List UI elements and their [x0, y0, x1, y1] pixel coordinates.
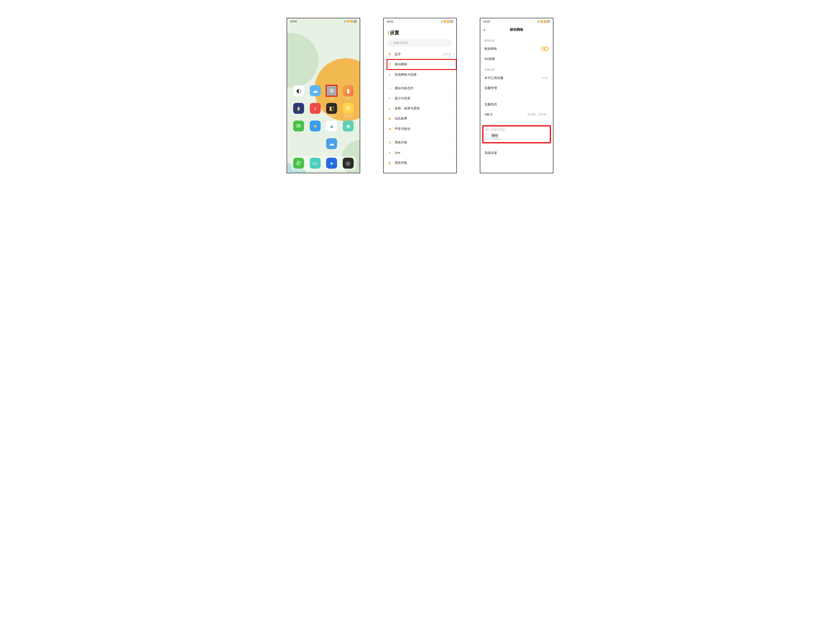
- row-label: 动态效果: [395, 117, 452, 120]
- settings-row-移动网络[interactable]: ⇅移动网络›: [387, 59, 456, 69]
- status-icons: 🎤 📶 📶 50: [441, 20, 453, 23]
- dock-web[interactable]: ●: [326, 158, 337, 169]
- chevron-right-icon: ›: [548, 86, 549, 90]
- row-traffic-mgmt[interactable]: 流量管理 ›: [480, 83, 553, 93]
- app-settings[interactable]: ⚙设置: [324, 85, 340, 100]
- row-value: 已开启: [443, 52, 451, 56]
- battery-icon: 50: [354, 20, 357, 23]
- settings-row-动态效果[interactable]: ◆动态效果›: [387, 114, 456, 124]
- row-data-network[interactable]: 数据网络: [480, 44, 553, 54]
- app-label: 变形器: [328, 115, 335, 118]
- row-label: Jovi: [395, 151, 452, 154]
- transformer-icon: ◧: [326, 103, 337, 114]
- row-label: 系统导航: [395, 161, 452, 165]
- row-icon: ●: [387, 72, 392, 77]
- row-label: V粉卡: [485, 112, 527, 117]
- row-icon: ☀: [387, 96, 392, 101]
- row-icon: ⬆: [387, 140, 392, 145]
- row-label: 数据网络: [485, 47, 540, 51]
- row-traffic-shop[interactable]: 流量商店 ›: [480, 99, 553, 109]
- row-icon: ◆: [387, 116, 392, 121]
- cloud-icon: ☁: [326, 138, 337, 149]
- app-wechat[interactable]: ✉微信: [291, 120, 307, 135]
- sim-card-icon: [485, 134, 489, 140]
- settings-row-蓝牙[interactable]: ✱蓝牙已开启›: [387, 49, 456, 59]
- row-5g[interactable]: 5G探索 ›: [480, 54, 553, 64]
- signal-icon: 📶: [540, 21, 543, 23]
- wifi-icon: 📶: [350, 20, 353, 22]
- settings-row-桌面、锁屏与壁纸[interactable]: ▲桌面、锁屏与壁纸›: [387, 104, 456, 114]
- dock-phone[interactable]: ✆: [293, 158, 304, 169]
- app-transformer[interactable]: ◧变形器: [324, 103, 340, 118]
- app-gallery[interactable]: ▲相册: [324, 120, 340, 135]
- status-time: 16:03: [483, 20, 490, 23]
- signal-icon: 📶: [444, 21, 446, 23]
- settings-row-系统升级[interactable]: ⬆系统升级›: [387, 137, 456, 148]
- row-icon: ⇅: [387, 62, 392, 67]
- row-icon: ✱: [387, 52, 392, 57]
- dock: ✆▭●◎: [291, 156, 356, 170]
- settings-row-通知与状态栏[interactable]: ▭通知与状态栏›: [387, 84, 456, 93]
- manager-icon: ◈: [343, 120, 354, 131]
- app-grid: ◐闹钟时钟☁天气⚙设置▮i 主题◗应用商店♪i 音乐◧变形器N原子笔记✉微信●浏…: [287, 24, 360, 153]
- app-label: 原子笔记: [344, 115, 352, 118]
- app-browser[interactable]: ●浏览器: [307, 120, 324, 135]
- status-icons: 🎤 📶 📶 50: [537, 20, 550, 23]
- settings-row-声音与振动[interactable]: ◀声音与振动›: [387, 124, 456, 134]
- app-blank3: [340, 138, 357, 153]
- app-notes[interactable]: N原子笔记: [340, 103, 357, 118]
- chevron-right-icon: ›: [452, 127, 453, 131]
- status-time: 16:02: [290, 20, 297, 23]
- row-value: 免流量，享特权: [527, 112, 546, 116]
- sim-name: 移动: [492, 134, 545, 137]
- row-icon: ▭: [387, 86, 392, 91]
- chevron-right-icon: ›: [548, 151, 549, 155]
- row-icon: ▮: [387, 160, 392, 165]
- chevron-right-icon: ›: [452, 96, 453, 100]
- section-header-traffic: 流量管理: [480, 64, 553, 73]
- app-music[interactable]: ♪i 音乐: [307, 103, 324, 118]
- nav-bar: ‹ 移动网络: [480, 25, 553, 35]
- app-cloud[interactable]: ☁云服务: [324, 138, 340, 153]
- row-vcard[interactable]: V粉卡 免流量，享特权 ›: [480, 109, 553, 120]
- chevron-right-icon: ›: [452, 73, 453, 76]
- battery-icon: 50: [450, 20, 453, 23]
- app-alarm-clock[interactable]: ◐闹钟时钟: [291, 85, 307, 100]
- app-appstore[interactable]: ◗应用商店: [291, 103, 307, 118]
- app-manager[interactable]: ◈i 管家: [340, 120, 357, 135]
- dock-messages[interactable]: ▭: [310, 158, 321, 169]
- row-icon: ▲: [387, 106, 392, 111]
- chevron-right-icon: ›: [452, 52, 453, 56]
- row-label: 桌面、锁屏与壁纸: [395, 106, 452, 111]
- wechat-icon: ✉: [293, 120, 304, 131]
- settings-row-Jovi[interactable]: ●Jovi›: [387, 148, 456, 158]
- app-blank1: [291, 138, 307, 153]
- sim-sub: 中国移动: [492, 137, 545, 141]
- section-header-sim: SIM 卡信息与设置: [480, 127, 553, 133]
- app-weather[interactable]: ☁天气: [307, 85, 324, 100]
- row-advanced[interactable]: 高级设置 ›: [480, 148, 553, 158]
- toggle-on-icon[interactable]: [540, 46, 549, 51]
- dock-camera[interactable]: ◎: [343, 158, 354, 169]
- settings-row-其他网络与连接[interactable]: ●其他网络与连接›: [387, 69, 456, 80]
- page-title: 移动网络: [480, 27, 553, 32]
- home-content: 16:02 🎤 📶 📶 50 ◐闹钟时钟☁天气⚙设置▮i 主题◗应用商店♪i 音…: [287, 18, 360, 173]
- section-header-data: 数据连接: [480, 35, 553, 44]
- chevron-right-icon: ›: [548, 135, 549, 139]
- chevron-right-icon: ›: [452, 107, 453, 111]
- row-label: 系统升级: [395, 141, 452, 144]
- settings-row-显示与亮度[interactable]: ☀显示与亮度›: [387, 93, 456, 104]
- settings-row-系统导航[interactable]: ▮系统导航›: [387, 158, 456, 168]
- row-label: 本月已用流量: [485, 76, 542, 80]
- app-theme[interactable]: ▮i 主题: [340, 85, 357, 100]
- row-sim-card[interactable]: 移动 中国移动 ›: [480, 133, 553, 142]
- app-label: 设置: [330, 97, 334, 100]
- mic-icon: 🎤: [537, 21, 540, 23]
- search-input[interactable]: ⌕ 搜索设置项: [387, 39, 453, 47]
- app-label: 闹钟时钟: [294, 97, 303, 100]
- row-month-usage[interactable]: 本月已用流量 0.0B: [480, 73, 553, 83]
- appstore-icon: ◗: [293, 103, 304, 114]
- app-label: i 主题: [346, 97, 351, 100]
- phone-mobile-network-screen: 16:03 🎤 📶 📶 50 ‹ 移动网络 数据连接 数据网络 5G探索 › 流…: [480, 18, 553, 173]
- app-label: 天气: [313, 97, 317, 100]
